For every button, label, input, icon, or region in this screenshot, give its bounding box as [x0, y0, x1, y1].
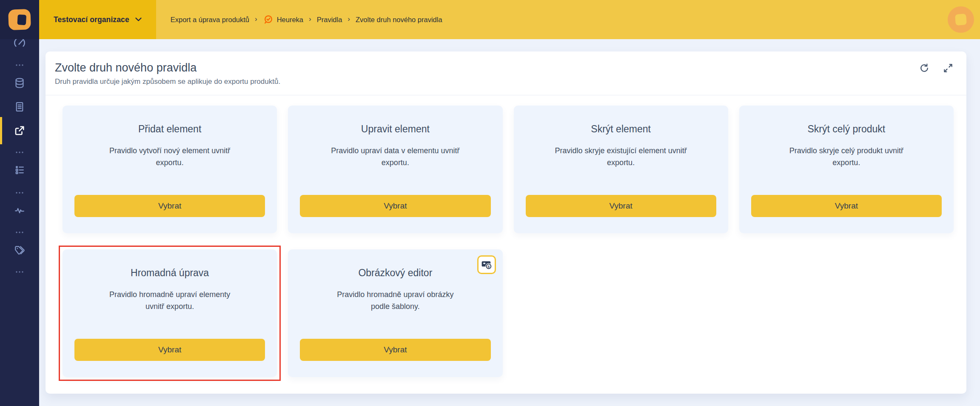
option-card: Upravit element Pravidlo upraví data v e…	[288, 106, 502, 233]
card-grid: Přidat element Pravidlo vytvoří nový ele…	[46, 95, 966, 377]
database-icon	[14, 77, 26, 89]
refresh-icon	[919, 63, 930, 74]
sidebar-item-export[interactable]	[0, 120, 39, 142]
breadcrumb-item: Zvolte druh nového pravidla	[356, 16, 442, 24]
main-panel: Zvolte druh nového pravidla Druh pravidl…	[46, 51, 966, 394]
option-card: Skrýt celý produkt Pravidlo skryje celý …	[739, 106, 954, 233]
user-avatar[interactable]	[948, 6, 974, 33]
sidebar-item-ellipsis-5[interactable]	[0, 261, 39, 283]
card-title: Skrýt element	[591, 123, 651, 135]
card-title: Upravit element	[361, 123, 430, 135]
breadcrumb-separator: ›	[309, 15, 311, 23]
breadcrumb-label: Heureka	[277, 16, 303, 24]
tags-icon	[14, 245, 26, 257]
card-title: Hromadná úprava	[131, 266, 209, 279]
expand-icon	[943, 63, 954, 74]
top-header: Testovací organizace Export a úprava pro…	[39, 0, 980, 39]
option-card: Přidat element Pravidlo vytvoří nový ele…	[63, 106, 277, 233]
breadcrumb: Export a úprava produktů › Heureka › Pra…	[171, 14, 442, 25]
option-card: Skrýt element Pravidlo skryje existující…	[514, 106, 728, 233]
breadcrumb-item[interactable]: Export a úprava produktů	[171, 16, 249, 24]
pulse-icon	[14, 204, 26, 216]
select-button[interactable]: Vybrat	[300, 339, 490, 361]
sidebar-item-activity[interactable]	[0, 199, 39, 221]
document-icon	[14, 101, 26, 113]
ellipsis-icon	[14, 147, 25, 157]
sidebar-nav	[0, 0, 39, 406]
export-share-icon	[13, 124, 26, 137]
breadcrumb-label: Zvolte druh nového pravidla	[356, 16, 442, 24]
money-icon: $	[481, 259, 492, 270]
ellipsis-icon	[14, 227, 25, 237]
sidebar-item-data[interactable]	[0, 72, 39, 94]
card-description: Pravidlo hromadně upraví elementy uvnitř…	[109, 289, 230, 312]
select-button[interactable]: Vybrat	[526, 195, 716, 217]
breadcrumb-item[interactable]: Heureka	[263, 14, 303, 25]
select-button[interactable]: Vybrat	[300, 195, 490, 217]
page-subtitle: Druh pravidla určuje jakým způsobem se a…	[55, 77, 954, 86]
breadcrumb-separator: ›	[348, 15, 350, 23]
page-title: Zvolte druh nového pravidla	[55, 61, 954, 74]
breadcrumb-separator: ›	[255, 15, 257, 23]
ellipsis-icon	[14, 267, 25, 277]
app-logo[interactable]	[0, 0, 39, 39]
card-description: Pravidlo upraví data v elementu uvnitř e…	[331, 145, 459, 169]
chevron-down-icon	[135, 17, 142, 22]
heureka-icon	[263, 14, 273, 25]
select-button[interactable]: Vybrat	[74, 339, 265, 361]
refresh-button[interactable]	[919, 63, 930, 74]
org-switcher[interactable]: Testovací organizace	[39, 0, 156, 39]
card-description: Pravidlo skryje existující element uvnit…	[555, 145, 687, 169]
sidebar-item-products[interactable]	[0, 96, 39, 118]
ellipsis-icon	[14, 188, 25, 198]
avatar-logo	[955, 14, 967, 26]
card-description: Pravidlo hromadně upraví obrázky podle š…	[337, 289, 453, 312]
select-button[interactable]: Vybrat	[74, 195, 265, 217]
paid-feature-badge: $	[477, 255, 496, 274]
sidebar	[0, 0, 39, 406]
ellipsis-icon	[14, 60, 25, 70]
card-description: Pravidlo vytvoří nový element uvnitř exp…	[109, 145, 230, 169]
option-card: Hromadná úprava Pravidlo hromadně upraví…	[63, 249, 277, 377]
expand-button[interactable]	[943, 63, 954, 74]
svg-text:$: $	[487, 265, 490, 269]
breadcrumb-label: Pravidla	[317, 16, 342, 24]
option-card: $ Obrázkový editor Pravidlo hromadně upr…	[288, 249, 502, 377]
card-title: Obrázkový editor	[358, 266, 432, 279]
sidebar-item-tags[interactable]	[0, 240, 39, 262]
card-description: Pravidlo skryje celý produkt uvnitř expo…	[789, 145, 903, 169]
card-title: Skrýt celý produkt	[807, 123, 885, 135]
sidebar-item-rules[interactable]	[0, 159, 39, 181]
panel-header: Zvolte druh nového pravidla Druh pravidl…	[46, 51, 966, 95]
select-button[interactable]: Vybrat	[751, 195, 942, 217]
mergado-logo-icon	[6, 6, 33, 33]
org-name: Testovací organizace	[54, 15, 129, 24]
breadcrumb-label: Export a úprava produktů	[171, 16, 249, 24]
checklist-icon	[14, 164, 26, 176]
panel-actions	[919, 63, 954, 74]
breadcrumb-item[interactable]: Pravidla	[317, 16, 342, 24]
card-title: Přidat element	[138, 123, 201, 135]
